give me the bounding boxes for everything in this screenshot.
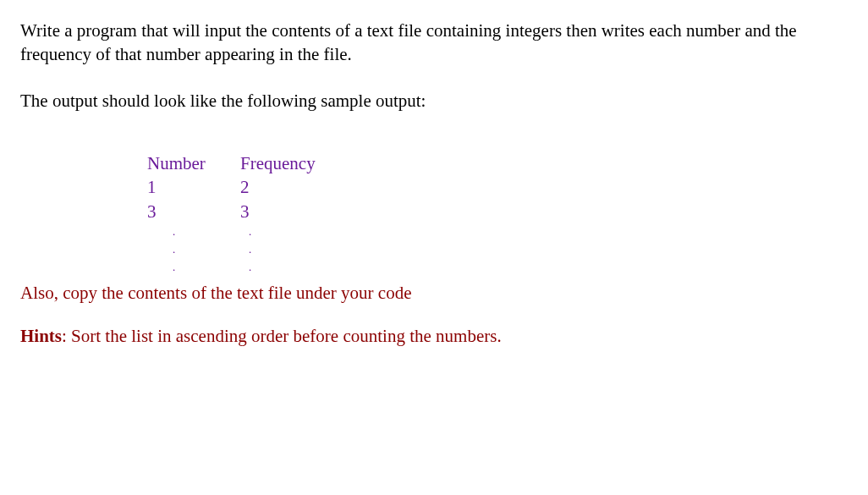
problem-text: Write a program that will input the cont… [20, 20, 797, 64]
hints-label: Hints [20, 326, 62, 346]
dot: . [147, 259, 240, 277]
table-row: 1 2 [147, 175, 849, 199]
ellipsis-row: . . [147, 241, 849, 259]
dot: . [240, 241, 342, 259]
dot: . [240, 259, 342, 277]
dot: . [147, 241, 240, 259]
output-intro: The output should look like the followin… [20, 89, 849, 113]
copy-instruction-text: Also, copy the contents of the text file… [20, 283, 411, 303]
dot: . [240, 223, 342, 241]
cell-number: 3 [147, 200, 240, 223]
problem-statement: Write a program that will input the cont… [20, 19, 849, 67]
copy-instruction: Also, copy the contents of the text file… [20, 281, 849, 305]
table-row: 3 3 [147, 200, 849, 223]
cell-frequency: 3 [240, 200, 342, 223]
cell-frequency: 2 [240, 175, 342, 199]
dot: . [147, 223, 240, 241]
ellipsis-row: . . [147, 259, 849, 277]
hints-text: : Sort the list in ascending order befor… [62, 326, 502, 346]
header-number: Number [147, 151, 240, 175]
table-header-row: Number Frequency [147, 151, 849, 175]
hints-paragraph: Hints: Sort the list in ascending order … [20, 324, 849, 348]
output-intro-text: The output should look like the followin… [20, 91, 426, 111]
header-frequency: Frequency [240, 151, 342, 175]
sample-output-table: Number Frequency 1 2 3 3 . . . . . . [147, 151, 849, 276]
ellipsis-row: . . [147, 223, 849, 241]
cell-number: 1 [147, 175, 240, 199]
